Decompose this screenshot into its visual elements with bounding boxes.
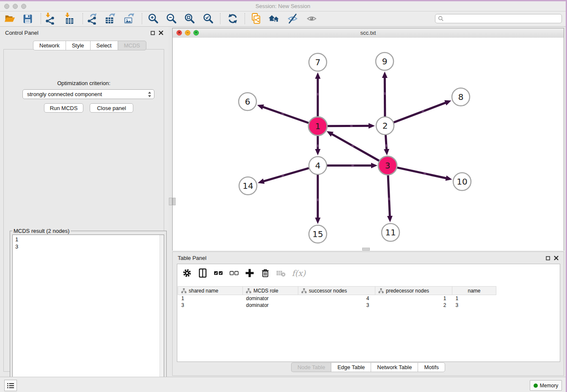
search-icon [438,16,444,22]
apply-layout-icon[interactable] [226,12,239,25]
graph-edge-3-10[interactable] [397,168,447,179]
add-column-icon[interactable] [243,267,256,279]
zoom-selected-icon[interactable] [202,12,215,25]
column-header-predecessor-nodes[interactable]: predecessor nodes [375,287,452,295]
graph-edge-arrowhead [257,105,264,110]
mcds-result-group: MCDS result (2 nodes) 13 [10,231,167,392]
hide-selected-icon[interactable] [286,12,299,25]
table-row[interactable]: 3dominator323 [178,302,496,309]
columns-icon[interactable] [196,267,209,279]
first-neighbors-icon[interactable] [268,12,281,25]
table-cell[interactable]: dominator [243,295,298,302]
memory-button[interactable]: Memory [530,380,562,391]
table-cell[interactable]: 3 [178,302,243,309]
toolbar-separator [245,13,245,24]
column-header-name[interactable]: name [452,287,496,295]
graph-edge-arrowhead [258,179,264,184]
export-image-icon[interactable] [123,12,135,25]
graph-edge-arrowhead [382,72,388,78]
close-panel-icon[interactable] [159,30,163,35]
table-header-row: shared nameMCDS rolesuccessor nodesprede… [178,287,496,295]
column-header-mcds-role[interactable]: MCDS role [243,287,298,295]
function-builder-icon: f(x) [290,267,307,279]
edge-handle [422,111,424,112]
select-all-icon[interactable] [212,267,225,279]
graph-edge-1-6[interactable] [262,107,309,123]
task-history-button[interactable] [4,380,17,391]
search-input[interactable] [444,15,561,22]
result-line: 1 [15,236,164,243]
table-cell[interactable]: 3 [298,302,375,309]
clone-network-icon[interactable] [250,12,262,25]
graph-edge-1-2[interactable] [327,126,369,126]
gear-icon[interactable] [181,267,193,279]
run-mcds-button[interactable]: Run MCDS [44,103,83,113]
graph-edge-3-11[interactable] [388,175,390,217]
save-session-icon[interactable] [21,12,34,25]
zoom-in-icon[interactable] [147,12,160,25]
network-window-titlebar: ✕ − + scc.txt [173,28,564,38]
edge-handle [282,175,284,176]
show-all-icon[interactable] [306,12,318,25]
float-panel-icon[interactable] [151,31,155,35]
zoom-out-icon[interactable] [165,12,178,25]
table-browser-tabs: Node TableEdge TableNetwork TableMotifs [173,362,564,372]
table-cell[interactable]: dominator [243,302,298,309]
float-table-panel-icon[interactable] [546,256,550,260]
import-network-icon[interactable] [44,12,56,25]
graph-edge-2-8[interactable] [394,102,446,122]
graph-node-label-7: 7 [315,57,321,67]
graph-edge-arrowhead [444,100,451,105]
edge-handle [424,173,426,174]
control-tab-style[interactable]: Style [66,41,90,50]
result-scrollbar[interactable] [160,235,164,390]
control-tab-mcds[interactable]: MCDS [118,41,146,50]
table-row[interactable]: 1dominator411 [178,295,496,302]
export-table-icon[interactable] [104,12,116,25]
toolbar-separator [142,13,142,24]
panel-splitter-grip[interactable] [169,198,172,205]
delete-column-icon[interactable] [259,267,272,279]
graph-edge-arrowhead [315,149,321,155]
graph-edge-2-9[interactable] [385,77,385,116]
column-type-icon [246,288,251,293]
graph-node-label-15: 15 [312,229,323,239]
search-box[interactable] [435,14,562,23]
zoom-fit-icon[interactable] [183,12,196,25]
table-cell[interactable]: 3 [452,302,496,309]
canvas-bottom-grip[interactable] [362,248,370,251]
unselect-all-icon[interactable] [228,267,240,279]
criterion-select[interactable]: strongly connected component [22,89,154,99]
control-tab-network[interactable]: Network [33,41,66,50]
control-tab-select[interactable]: Select [90,41,118,50]
table-cell[interactable]: 1 [178,295,243,302]
column-header-successor-nodes[interactable]: successor nodes [298,287,375,295]
graph-edge-3-1[interactable] [331,134,380,161]
table-tab-node-table[interactable]: Node Table [291,362,331,372]
table-panel-title: Table Panel [178,255,206,261]
import-table-icon[interactable] [63,12,76,25]
graph-node-label-6: 6 [245,97,250,107]
canvas-left-grip[interactable] [173,198,176,205]
column-header-shared-name[interactable]: shared name [178,287,243,295]
table-tab-network-table[interactable]: Network Table [371,362,418,372]
graph-edge-2-3[interactable] [385,135,386,150]
graph-node-label-10: 10 [457,177,467,187]
open-session-icon[interactable] [3,12,16,25]
table-cell[interactable]: 2 [375,302,452,309]
export-network-icon[interactable] [85,12,98,25]
result-lines: 13 [15,236,164,250]
close-panel-button[interactable]: Close panel [90,103,133,113]
network-canvas[interactable]: 7968124314101511 [173,38,564,251]
table-cell[interactable]: 4 [298,295,375,302]
table-tab-motifs[interactable]: Motifs [418,362,445,372]
mcds-result-title: MCDS result (2 nodes) [12,228,71,234]
table-cell[interactable]: 1 [375,295,452,302]
table-cell[interactable]: 1 [452,295,496,302]
table-tab-edge-table[interactable]: Edge Table [331,362,371,372]
mcds-panel: Optimization criterion: strongly connect… [3,49,164,372]
graph-edge-4-14[interactable] [263,168,309,182]
close-table-panel-icon[interactable] [554,256,559,260]
mcds-result-text[interactable]: 13 [12,235,164,391]
graph-node-label-8: 8 [458,92,464,102]
